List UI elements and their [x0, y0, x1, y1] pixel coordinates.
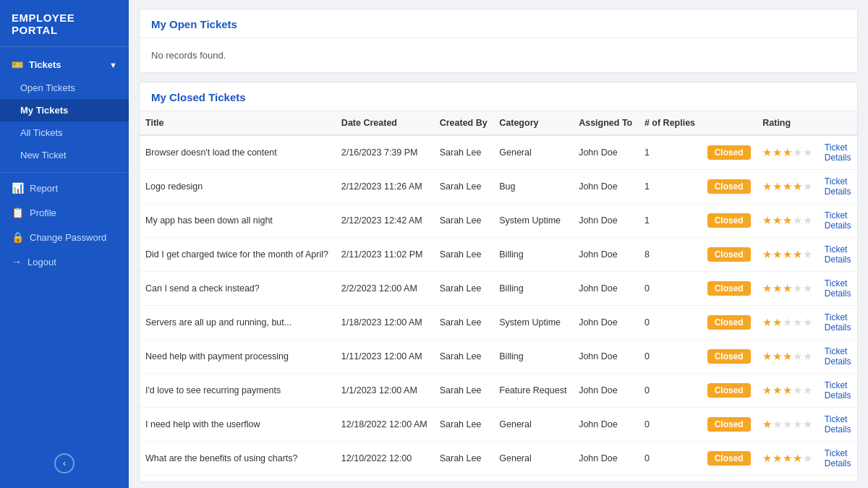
empty-star-icon: ★	[803, 180, 812, 193]
sidebar-item-logout[interactable]: → Logout	[0, 249, 129, 274]
col-rating: Rating	[757, 111, 819, 135]
col-replies: # of Replies	[639, 111, 702, 135]
cell-link[interactable]: TicketDetails	[819, 204, 857, 238]
cell-category: System Uptime	[493, 204, 573, 238]
tickets-chevron-icon: ▼	[109, 61, 117, 69]
rating-stars: ★★★★★	[762, 452, 813, 465]
sidebar-item-profile[interactable]: 📋 Profile	[0, 200, 129, 225]
filled-star-icon: ★	[783, 350, 792, 363]
ticket-details-link[interactable]: TicketDetails	[825, 414, 851, 435]
cell-created-by: Sarah Lee	[434, 374, 494, 408]
cell-rating: ★★★★★	[757, 442, 819, 476]
ticket-details-link[interactable]: TicketDetails	[825, 346, 851, 367]
status-badge: Closed	[707, 281, 751, 296]
ticket-details-link[interactable]: TicketDetails	[825, 244, 851, 265]
sidebar-item-change-password[interactable]: 🔒 Change Password	[0, 225, 129, 249]
ticket-details-link[interactable]: TicketDetails	[825, 278, 851, 299]
cell-replies: 0	[639, 374, 702, 408]
ticket-details-link[interactable]: TicketDetails	[825, 176, 851, 197]
cell-created-by: Sarah Lee	[434, 442, 494, 476]
cell-link[interactable]: TicketDetails	[819, 374, 857, 408]
cell-date: 2/12/2023 11:26 AM	[336, 170, 434, 204]
ticket-details-link[interactable]: TicketDetails	[825, 210, 851, 231]
cell-title: Servers are all up and running, but...	[140, 306, 336, 340]
rating-stars: ★★★★★	[762, 350, 813, 363]
filled-star-icon: ★	[762, 248, 772, 261]
closed-tickets-title: My Closed Tickets	[140, 82, 857, 111]
cell-title: Can I send a check instead?	[140, 272, 336, 306]
sidebar-collapse-button[interactable]: ‹	[54, 453, 75, 474]
cell-link[interactable]: TicketDetails	[819, 170, 857, 204]
sidebar-item-new-ticket[interactable]: New Ticket	[0, 144, 129, 166]
table-header: Title Date Created Created By Category A…	[140, 111, 857, 135]
filled-star-icon: ★	[762, 316, 772, 329]
tickets-group-header[interactable]: 🎫 Tickets ▼	[0, 53, 129, 77]
cell-replies: 1	[639, 170, 702, 204]
empty-star-icon: ★	[803, 418, 812, 431]
cell-rating: ★★★★★	[757, 272, 819, 306]
empty-star-icon: ★	[803, 452, 812, 465]
cell-link[interactable]: TicketDetails	[819, 238, 857, 272]
empty-star-icon: ★	[803, 146, 812, 159]
cell-rating: ★★★★★	[757, 340, 819, 374]
cell-title: Need help with payment processing	[140, 340, 336, 374]
cell-title: Browser doesn't load the content	[140, 135, 336, 170]
cell-link[interactable]: TicketDetails	[819, 408, 857, 442]
cell-link[interactable]: TicketDetails	[819, 135, 857, 170]
cell-link[interactable]: TicketDetails	[819, 272, 857, 306]
cell-status: Closed	[702, 306, 757, 340]
logout-icon: →	[12, 256, 22, 267]
cell-rating: ★★★★★	[757, 135, 819, 170]
filled-star-icon: ★	[773, 452, 782, 465]
filled-star-icon: ★	[773, 248, 782, 261]
closed-tickets-table-wrapper: Title Date Created Created By Category A…	[140, 111, 857, 481]
cell-date: 12/10/2022 12:00	[336, 442, 434, 476]
open-tickets-title: My Open Tickets	[140, 9, 857, 38]
empty-star-icon: ★	[793, 384, 802, 397]
ticket-details-link[interactable]: TicketDetails	[825, 312, 851, 333]
cell-created-by: Sarah Lee	[434, 306, 494, 340]
col-date: Date Created	[336, 111, 434, 135]
sidebar-item-my-tickets[interactable]: My Tickets	[0, 99, 129, 121]
cell-assigned: John Doe	[573, 442, 639, 476]
filled-star-icon: ★	[773, 350, 782, 363]
status-badge: Closed	[707, 451, 751, 466]
filled-star-icon: ★	[783, 248, 792, 261]
sidebar-item-open-tickets[interactable]: Open Tickets	[0, 77, 129, 99]
cell-rating: ★★★★★	[757, 204, 819, 238]
ticket-details-link[interactable]: TicketDetails	[825, 448, 851, 468]
sidebar-item-all-tickets[interactable]: All Tickets	[0, 121, 129, 144]
cell-link[interactable]: TicketDetails	[819, 306, 857, 340]
cell-link[interactable]: TicketDetails	[819, 442, 857, 476]
col-link	[819, 111, 857, 135]
sidebar-item-report[interactable]: 📊 Report	[0, 176, 129, 200]
cell-category: Bug	[493, 170, 573, 204]
filled-star-icon: ★	[773, 180, 782, 193]
cell-rating: ★★★★★	[757, 374, 819, 408]
open-tickets-body: No records found.	[140, 38, 857, 72]
report-label: Report	[30, 183, 58, 194]
status-badge: Closed	[707, 383, 751, 398]
cell-status: Closed	[702, 272, 757, 306]
empty-star-icon: ★	[803, 282, 812, 295]
cell-link[interactable]: TicketDetails	[819, 340, 857, 374]
empty-star-icon: ★	[793, 316, 802, 329]
filled-star-icon: ★	[783, 452, 792, 465]
cell-assigned: John Doe	[573, 340, 639, 374]
filled-star-icon: ★	[773, 282, 782, 295]
ticket-details-link[interactable]: TicketDetails	[825, 142, 851, 163]
empty-star-icon: ★	[783, 316, 792, 329]
filled-star-icon: ★	[762, 282, 772, 295]
cell-category: Billing	[493, 340, 573, 374]
cell-assigned: John Doe	[573, 238, 639, 272]
rating-stars: ★★★★★	[762, 248, 813, 261]
profile-label: Profile	[30, 207, 56, 218]
col-assigned: Assigned To	[573, 111, 639, 135]
cell-created-by: Sarah Lee	[434, 272, 494, 306]
cell-status: Closed	[702, 204, 757, 238]
filled-star-icon: ★	[773, 214, 782, 227]
table-row: Did I get charged twice for the month of…	[140, 238, 857, 272]
cell-assigned: John Doe	[573, 374, 639, 408]
filled-star-icon: ★	[773, 384, 782, 397]
ticket-details-link[interactable]: TicketDetails	[825, 380, 851, 401]
